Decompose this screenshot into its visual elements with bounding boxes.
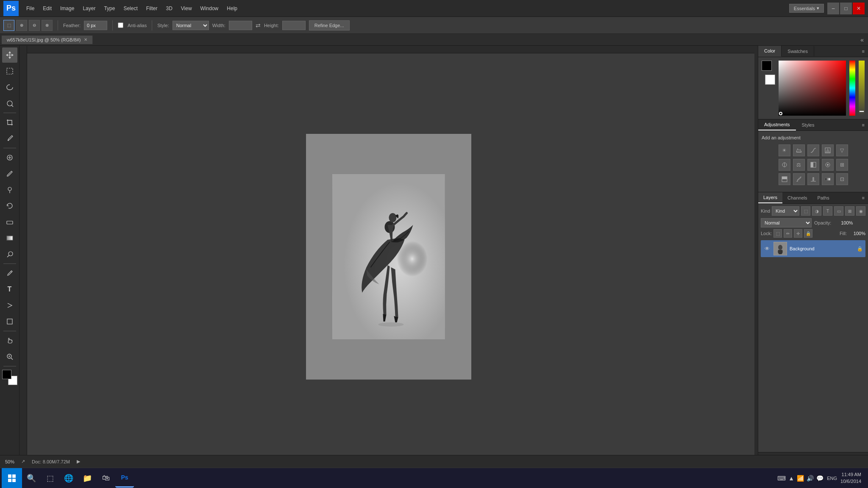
anti-alias-checkbox[interactable] (118, 22, 123, 28)
document-canvas[interactable] (333, 174, 445, 339)
swatches-tab[interactable]: Swatches (782, 46, 814, 56)
levels-adj[interactable] (793, 144, 805, 156)
paths-tab[interactable]: Paths (812, 193, 835, 203)
history-brush-tool[interactable] (2, 198, 17, 214)
intersect-selection-btn[interactable]: ⊗ (42, 20, 53, 31)
gradient-map-adj[interactable] (822, 173, 834, 185)
brush-tool[interactable] (2, 166, 17, 181)
curves-adj[interactable] (807, 144, 819, 156)
color-panel-collapse[interactable]: ≡ (859, 47, 868, 55)
exposure-adj[interactable] (822, 144, 834, 156)
opacity-bar[interactable] (859, 61, 865, 116)
eraser-tool[interactable] (2, 214, 17, 230)
minimize-button[interactable]: – (827, 3, 839, 14)
layer-filter-pixel[interactable]: ⬚ (801, 206, 810, 216)
menu-image[interactable]: Image (56, 4, 78, 13)
lasso-tool[interactable] (2, 80, 17, 95)
menu-select[interactable]: Select (119, 4, 142, 13)
layer-filter-smart[interactable]: ⊠ (845, 206, 854, 216)
swap-dimensions-btn[interactable]: ⇄ (256, 22, 261, 29)
black-white-adj[interactable] (807, 159, 819, 171)
foreground-color-swatch[interactable] (2, 370, 11, 379)
taskbar-search-btn[interactable]: 🔍 (22, 469, 41, 488)
quick-selection-tool[interactable] (2, 96, 17, 111)
width-input[interactable] (229, 21, 252, 30)
menu-help[interactable]: Help (223, 4, 242, 13)
subtract-selection-btn[interactable]: ⊖ (29, 20, 40, 31)
start-button[interactable] (2, 468, 22, 488)
layers-tab[interactable]: Layers (758, 192, 782, 203)
network-icon[interactable]: 📶 (797, 475, 804, 482)
close-button[interactable]: ✕ (853, 3, 865, 14)
layer-filter-type[interactable]: T (823, 206, 832, 216)
new-selection-btn[interactable]: ⬚ (3, 20, 14, 31)
menu-view[interactable]: View (177, 4, 196, 13)
canvas-area[interactable] (19, 46, 758, 468)
color-tab[interactable]: Color (758, 46, 782, 57)
add-selection-btn[interactable]: ⊕ (16, 20, 27, 31)
document-tab-close[interactable]: ✕ (84, 37, 87, 42)
taskbar-ie-btn[interactable]: 🌐 (59, 469, 78, 488)
dodge-tool[interactable] (2, 247, 17, 262)
invert-adj[interactable] (779, 173, 790, 185)
refine-edge-button[interactable]: Refine Edge... (309, 20, 350, 30)
healing-brush-tool[interactable] (2, 150, 17, 165)
taskbar-explorer-btn[interactable]: 📁 (78, 469, 97, 488)
menu-edit[interactable]: Edit (39, 4, 56, 13)
menu-layer[interactable]: Layer (78, 4, 100, 13)
color-spectrum[interactable] (779, 61, 846, 116)
feather-input[interactable] (84, 21, 107, 30)
clone-stamp-tool[interactable] (2, 182, 17, 197)
channel-mixer-adj[interactable]: ⊞ (836, 159, 848, 171)
layers-panel-collapse[interactable]: ≡ (859, 194, 868, 202)
lock-transparent-pixels[interactable]: ⬚ (773, 229, 782, 238)
lock-all[interactable]: 🔒 (804, 229, 812, 238)
brightness-contrast-adj[interactable]: ☀ (779, 144, 790, 156)
keyboard-icon[interactable]: ⌨ (777, 475, 786, 482)
play-btn[interactable]: ▶ (77, 459, 80, 464)
hue-slider[interactable] (849, 61, 855, 116)
move-tool[interactable] (2, 47, 17, 63)
document-tab[interactable]: w657k8eU1Sl.jpg @ 50% (RGB/8#) ✕ (2, 36, 93, 44)
panel-collapse-button[interactable]: « (858, 36, 866, 43)
volume-icon[interactable]: 🔊 (807, 475, 814, 482)
maximize-button[interactable]: □ (840, 3, 852, 14)
channels-tab[interactable]: Channels (782, 193, 812, 203)
foreground-color-picker[interactable] (762, 61, 772, 71)
workspace-selector[interactable]: Essentials ▾ (789, 4, 824, 13)
menu-filter[interactable]: Filter (142, 4, 162, 13)
posterize-adj[interactable] (793, 173, 805, 185)
background-color-picker[interactable] (765, 75, 775, 85)
menu-file[interactable]: File (22, 4, 39, 13)
adjustments-panel-collapse[interactable]: ≡ (859, 121, 868, 129)
zoom-tool[interactable] (2, 349, 17, 364)
style-select[interactable]: Normal Fixed Ratio Fixed Size (172, 21, 209, 30)
crop-tool[interactable] (2, 115, 17, 130)
vibrance-adj[interactable]: ▽ (836, 144, 848, 156)
layer-filter-adjustment[interactable]: ◑ (812, 206, 821, 216)
adjustments-tab[interactable]: Adjustments (758, 119, 796, 130)
vertical-scrollbar[interactable] (754, 46, 758, 468)
taskbar-task-view-btn[interactable]: ⬚ (41, 469, 59, 488)
shape-tool[interactable] (2, 314, 17, 329)
layer-kind-select[interactable]: Kind (772, 206, 799, 216)
layer-item-background[interactable]: 👁 Background 🔒 (761, 240, 865, 257)
pen-tool[interactable] (2, 266, 17, 281)
photo-filter-adj[interactable] (822, 159, 834, 171)
hue-saturation-adj[interactable] (779, 159, 790, 171)
hand-tool[interactable] (2, 333, 17, 348)
threshold-adj[interactable] (807, 173, 819, 185)
menu-3d[interactable]: 3D (161, 4, 176, 13)
styles-tab[interactable]: Styles (796, 120, 821, 130)
layer-filter-shape[interactable]: ▭ (834, 206, 843, 216)
layer-filter-toggle[interactable]: ◉ (856, 206, 865, 216)
blend-mode-select[interactable]: Normal Dissolve Multiply Screen (761, 218, 812, 227)
layer-visibility-toggle[interactable]: 👁 (763, 245, 771, 252)
eyedropper-tool[interactable] (2, 131, 17, 146)
selective-color-adj[interactable]: ⊡ (836, 173, 848, 185)
color-balance-adj[interactable]: ⚖ (793, 159, 805, 171)
taskbar-store-btn[interactable]: 🛍 (97, 469, 115, 488)
arrow-icon[interactable]: ▲ (788, 475, 794, 482)
menu-window[interactable]: Window (196, 4, 223, 13)
type-tool[interactable]: T (2, 282, 17, 297)
